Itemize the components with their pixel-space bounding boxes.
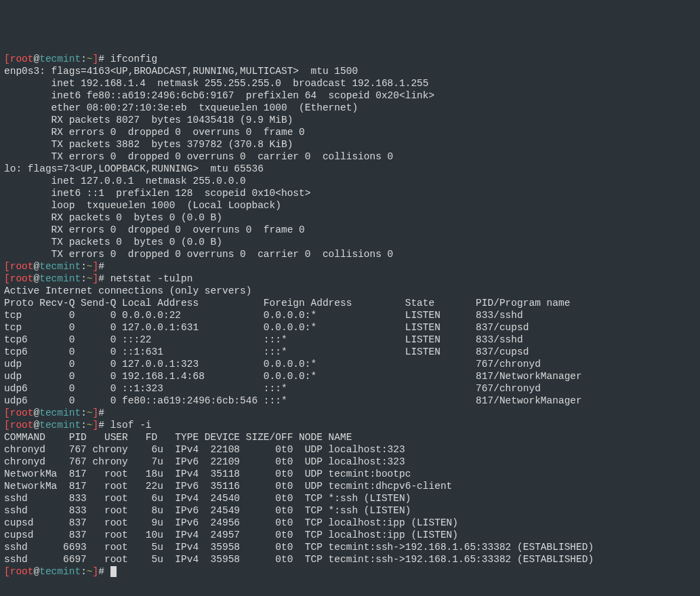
prompt-bracket-close: ] bbox=[93, 408, 99, 418]
prompt-bracket-open: [ bbox=[4, 273, 10, 284]
output-line: cupsd 837 root 10u IPv4 24957 0t0 TCP lo… bbox=[4, 529, 696, 541]
prompt-colon: : bbox=[81, 273, 87, 284]
terminal[interactable]: [root@tecmint:~]# ifconfigenp0s3: flags=… bbox=[4, 53, 696, 578]
prompt-user: root bbox=[10, 420, 34, 431]
prompt-colon: : bbox=[81, 420, 87, 431]
prompt-colon: : bbox=[81, 566, 87, 577]
prompt-line: [root@tecmint:~]# netstat -tulpn bbox=[4, 273, 696, 285]
prompt-at: @ bbox=[34, 54, 40, 64]
prompt-line: [root@tecmint:~]# bbox=[4, 565, 696, 578]
output-line: inet6 fe80::a619:2496:6cb6:9167 prefixle… bbox=[4, 90, 696, 102]
prompt-bracket-open: [ bbox=[4, 54, 10, 64]
output-line: NetworkMa 817 root 18u IPv4 35118 0t0 UD… bbox=[4, 468, 696, 480]
prompt-hash: # bbox=[98, 261, 104, 272]
output-line: chronyd 767 chrony 6u IPv4 22108 0t0 UDP… bbox=[4, 443, 696, 456]
command-text: netstat -tulpn bbox=[110, 273, 193, 284]
output-line: sshd 6697 root 5u IPv4 35958 0t0 TCP tec… bbox=[4, 553, 696, 565]
output-line: COMMAND PID USER FD TYPE DEVICE SIZE/OFF… bbox=[4, 431, 696, 443]
output-line: loop txqueuelen 1000 (Local Loopback) bbox=[4, 199, 696, 212]
prompt-hash: # bbox=[98, 273, 104, 284]
prompt-path: ~ bbox=[87, 261, 93, 272]
prompt-colon: : bbox=[81, 408, 87, 418]
output-line: chronyd 767 chrony 7u IPv6 22109 0t0 UDP… bbox=[4, 456, 696, 468]
prompt-hash: # bbox=[98, 408, 104, 418]
output-line: inet 192.168.1.4 netmask 255.255.255.0 b… bbox=[4, 77, 696, 90]
prompt-host: tecmint bbox=[39, 54, 81, 64]
output-line: inet6 ::1 prefixlen 128 scopeid 0x10<hos… bbox=[4, 187, 696, 199]
output-line: TX packets 0 bytes 0 (0.0 B) bbox=[4, 236, 696, 248]
prompt-bracket-open: [ bbox=[4, 566, 10, 577]
prompt-at: @ bbox=[34, 420, 40, 431]
prompt-bracket-open: [ bbox=[4, 408, 10, 418]
prompt-path: ~ bbox=[87, 54, 93, 64]
prompt-bracket-close: ] bbox=[93, 420, 99, 431]
prompt-bracket-open: [ bbox=[4, 261, 10, 272]
prompt-bracket-close: ] bbox=[93, 273, 99, 284]
output-line: lo: flags=73<UP,LOOPBACK,RUNNING> mtu 65… bbox=[4, 163, 696, 175]
prompt-user: root bbox=[10, 273, 34, 284]
prompt-user: root bbox=[10, 408, 34, 418]
prompt-path: ~ bbox=[87, 408, 93, 418]
output-line: inet 127.0.0.1 netmask 255.0.0.0 bbox=[4, 175, 696, 187]
prompt-path: ~ bbox=[87, 420, 93, 431]
output-line: tcp6 0 0 :::22 :::* LISTEN 833/sshd bbox=[4, 334, 696, 346]
prompt-host: tecmint bbox=[39, 420, 81, 431]
output-line: TX packets 3882 bytes 379782 (370.8 KiB) bbox=[4, 138, 696, 151]
prompt-host: tecmint bbox=[39, 566, 81, 577]
prompt-line: [root@tecmint:~]# lsof -i bbox=[4, 419, 696, 431]
output-line: RX packets 8027 bytes 10435418 (9.9 MiB) bbox=[4, 114, 696, 126]
output-line: tcp6 0 0 ::1:631 :::* LISTEN 837/cupsd bbox=[4, 346, 696, 358]
output-line: udp6 0 0 ::1:323 :::* 767/chronyd bbox=[4, 382, 696, 395]
output-line: tcp 0 0 0.0.0.0:22 0.0.0.0:* LISTEN 833/… bbox=[4, 309, 696, 321]
prompt-line: [root@tecmint:~]# bbox=[4, 407, 696, 419]
prompt-host: tecmint bbox=[39, 273, 81, 284]
command-text: ifconfig bbox=[110, 54, 158, 64]
prompt-bracket-close: ] bbox=[93, 261, 99, 272]
prompt-at: @ bbox=[34, 566, 40, 577]
prompt-user: root bbox=[10, 261, 34, 272]
prompt-at: @ bbox=[34, 273, 40, 284]
prompt-user: root bbox=[10, 54, 34, 64]
output-line: Active Internet connections (only server… bbox=[4, 285, 696, 297]
prompt-user: root bbox=[10, 566, 34, 577]
output-line: sshd 6693 root 5u IPv4 35958 0t0 TCP tec… bbox=[4, 541, 696, 553]
output-line: NetworkMa 817 root 22u IPv6 35116 0t0 UD… bbox=[4, 480, 696, 492]
output-line: TX errors 0 dropped 0 overruns 0 carrier… bbox=[4, 248, 696, 260]
prompt-colon: : bbox=[81, 261, 87, 272]
output-line: ether 08:00:27:10:3e:eb txqueuelen 1000 … bbox=[4, 102, 696, 114]
prompt-bracket-close: ] bbox=[93, 566, 99, 577]
prompt-hash: # bbox=[98, 54, 104, 64]
prompt-host: tecmint bbox=[39, 261, 81, 272]
prompt-hash: # bbox=[98, 566, 104, 577]
prompt-at: @ bbox=[34, 261, 40, 272]
prompt-colon: : bbox=[81, 54, 87, 64]
output-line: Proto Recv-Q Send-Q Local Address Foreig… bbox=[4, 297, 696, 309]
output-line: udp6 0 0 fe80::a619:2496:6cb:546 :::* 81… bbox=[4, 395, 696, 407]
prompt-line: [root@tecmint:~]# ifconfig bbox=[4, 53, 696, 65]
output-line: udp 0 0 192.168.1.4:68 0.0.0.0:* 817/Net… bbox=[4, 370, 696, 382]
output-line: sshd 833 root 6u IPv4 24540 0t0 TCP *:ss… bbox=[4, 492, 696, 504]
prompt-bracket-open: [ bbox=[4, 420, 10, 431]
prompt-path: ~ bbox=[87, 273, 93, 284]
cursor bbox=[110, 566, 117, 577]
output-line: TX errors 0 dropped 0 overruns 0 carrier… bbox=[4, 151, 696, 163]
prompt-hash: # bbox=[98, 420, 104, 431]
prompt-bracket-close: ] bbox=[93, 54, 99, 64]
output-line: enp0s3: flags=4163<UP,BROADCAST,RUNNING,… bbox=[4, 65, 696, 77]
output-line: udp 0 0 127.0.0.1:323 0.0.0.0:* 767/chro… bbox=[4, 358, 696, 370]
output-line: RX errors 0 dropped 0 overruns 0 frame 0 bbox=[4, 126, 696, 138]
prompt-at: @ bbox=[34, 408, 40, 418]
output-line: tcp 0 0 127.0.0.1:631 0.0.0.0:* LISTEN 8… bbox=[4, 321, 696, 334]
output-line: cupsd 837 root 9u IPv6 24956 0t0 TCP loc… bbox=[4, 517, 696, 529]
output-line: sshd 833 root 8u IPv6 24549 0t0 TCP *:ss… bbox=[4, 504, 696, 517]
output-line: RX packets 0 bytes 0 (0.0 B) bbox=[4, 212, 696, 224]
prompt-path: ~ bbox=[87, 566, 93, 577]
output-line: RX errors 0 dropped 0 overruns 0 frame 0 bbox=[4, 224, 696, 236]
prompt-line: [root@tecmint:~]# bbox=[4, 260, 696, 273]
prompt-host: tecmint bbox=[39, 408, 81, 418]
command-text: lsof -i bbox=[110, 420, 152, 431]
